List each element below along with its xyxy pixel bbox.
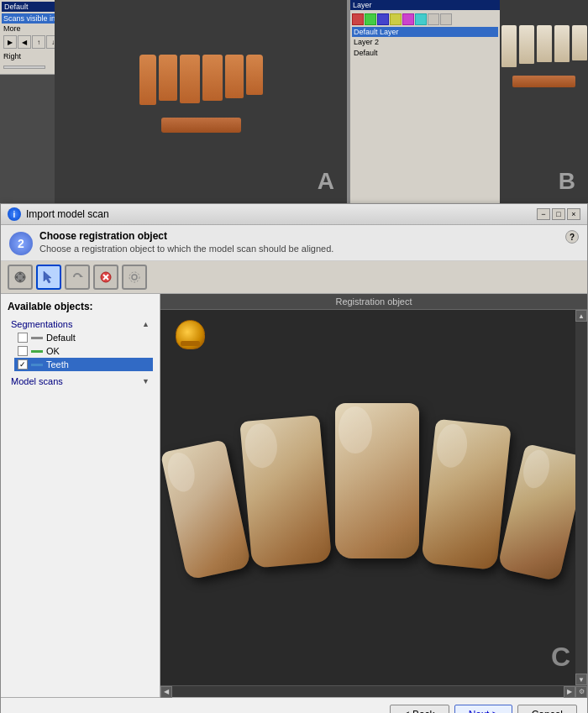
viewport-a: Default Scans visible in 3D More ▶ ◀ ↑ ↓… <box>0 0 349 203</box>
tooth-a5 <box>225 55 244 98</box>
dialog-title-left: i Import model scan <box>8 207 109 221</box>
rp-tree-item2[interactable]: Layer 2 <box>352 37 498 47</box>
helmet-icon <box>176 320 205 349</box>
tool-btn-4[interactable] <box>93 265 118 290</box>
rp-titlebar: Layer <box>350 0 500 10</box>
step-title: Choose registration object <box>39 230 559 242</box>
viewport-3d-main[interactable]: C ▲ ▼ <box>160 310 587 685</box>
registration-viewport[interactable]: Registration object <box>160 294 587 697</box>
settings-tool-icon <box>127 270 142 285</box>
scroll-track-v[interactable] <box>576 322 586 674</box>
tree-item-teeth[interactable]: Teeth <box>14 358 153 371</box>
main-tooth-5 <box>497 443 587 582</box>
rotate-tool-icon <box>70 270 85 285</box>
rp-item1-label: Default Layer <box>354 28 399 36</box>
model-scans-section: Model scans ▼ <box>8 375 153 388</box>
step-number-badge: 2 <box>9 232 33 255</box>
teeth-row-b <box>501 25 587 67</box>
minimize-button[interactable]: − <box>537 208 550 220</box>
available-objects-title: Available objects: <box>8 301 153 312</box>
viewport-a-3d[interactable]: A <box>55 0 347 203</box>
label-teeth: Teeth <box>46 359 69 370</box>
tooth-b5 <box>572 25 587 60</box>
tooth-b2 <box>519 25 534 64</box>
rp-icon3[interactable] <box>377 13 389 25</box>
checkbox-default[interactable] <box>18 333 28 343</box>
rp-icon4[interactable] <box>390 13 402 25</box>
segmentations-section: Segmentations ▲ Default OK <box>8 317 153 371</box>
vertical-scrollbar[interactable]: ▲ ▼ <box>575 310 587 685</box>
back-button[interactable]: < Back <box>390 705 449 713</box>
dialog-window-controls: − □ × <box>537 208 580 220</box>
dialog-main-content: Available objects: Segmentations ▲ Defau… <box>1 294 587 697</box>
tree-item-ok[interactable]: OK <box>14 344 153 358</box>
segmentations-header[interactable]: Segmentations ▲ <box>8 317 153 331</box>
model-scans-header[interactable]: Model scans ▼ <box>8 375 153 388</box>
vp-a-icon1[interactable]: ▶ <box>3 35 17 49</box>
tooth-b4 <box>554 25 570 62</box>
main-teeth-group <box>170 403 578 558</box>
dialog-toolbar <box>1 261 587 294</box>
rp-tree-item1[interactable]: Default Layer <box>352 27 498 37</box>
rp-icons <box>352 12 498 27</box>
step-header: 2 Choose registration object Choose a re… <box>1 225 587 261</box>
restore-button[interactable]: □ <box>552 208 565 220</box>
color-teeth <box>31 364 43 366</box>
tooth-a3 <box>180 55 200 103</box>
svg-marker-5 <box>44 271 51 283</box>
move-tool-icon <box>13 270 28 285</box>
next-button[interactable]: Next > <box>454 705 512 713</box>
dialog-titlebar: i Import model scan − □ × <box>1 204 587 225</box>
viewport-title: Registration object <box>160 294 587 310</box>
tooth-a6 <box>246 55 263 95</box>
main-tooth-3 <box>335 403 419 558</box>
tool-btn-2[interactable] <box>36 265 61 290</box>
rp-icon8[interactable] <box>440 13 452 25</box>
tree-item-default[interactable]: Default <box>14 331 153 344</box>
viewport-settings-button[interactable]: ⚙ <box>575 686 587 698</box>
main-tooth-2 <box>239 415 332 569</box>
scroll-left-button[interactable]: ◀ <box>160 686 172 698</box>
rp-icon5[interactable] <box>402 13 414 25</box>
color-default <box>31 337 43 339</box>
help-button[interactable]: ? <box>565 230 579 244</box>
vp-a-icon3[interactable]: ↑ <box>32 35 45 49</box>
rp-icon7[interactable] <box>428 13 439 25</box>
scroll-down-button[interactable]: ▼ <box>575 674 587 685</box>
rp-item2-label: Layer 2 <box>354 38 379 46</box>
viewport-b-label: B <box>559 168 575 195</box>
label-default: Default <box>46 333 76 343</box>
tool-btn-1[interactable] <box>8 265 33 290</box>
checkbox-teeth[interactable] <box>18 359 28 370</box>
tool-btn-3[interactable] <box>65 265 90 290</box>
color-ok <box>31 350 43 353</box>
helmet-icon-container <box>176 320 205 349</box>
scroll-up-button[interactable]: ▲ <box>575 310 587 322</box>
main-tooth-1 <box>160 439 251 580</box>
tooth-b1 <box>501 25 517 67</box>
rp-footer: Default <box>352 47 498 59</box>
checkbox-ok[interactable] <box>18 346 28 356</box>
rp-icon2[interactable] <box>365 13 376 25</box>
svg-marker-6 <box>81 275 83 277</box>
scroll-right-button[interactable]: ▶ <box>564 686 575 698</box>
tool-btn-5[interactable] <box>122 265 147 290</box>
rp-icon6[interactable] <box>415 13 427 25</box>
base-b <box>512 76 575 87</box>
close-button[interactable]: × <box>567 208 580 220</box>
cancel-button[interactable]: Cancel <box>517 705 577 713</box>
tooth-a1 <box>139 55 156 105</box>
rp-content: Default Layer Layer 2 Default <box>350 10 500 203</box>
model-scans-label: Model scans <box>11 376 63 386</box>
base-a <box>161 118 241 133</box>
horizontal-scrollbar[interactable]: ◀ ▶ ⚙ <box>160 685 587 697</box>
step-text-area: Choose registration object Choose a regi… <box>39 230 559 254</box>
viewport-b[interactable]: B <box>500 0 588 203</box>
vp-a-icon2[interactable]: ◀ <box>18 35 31 49</box>
dialog-app-icon: i <box>8 207 21 221</box>
tooth-a4 <box>202 55 223 101</box>
svg-point-11 <box>129 272 139 282</box>
scroll-track-h[interactable] <box>172 687 564 697</box>
rp-icon1[interactable] <box>352 13 364 25</box>
import-dialog: i Import model scan − □ × 2 Choose regis… <box>0 203 588 713</box>
